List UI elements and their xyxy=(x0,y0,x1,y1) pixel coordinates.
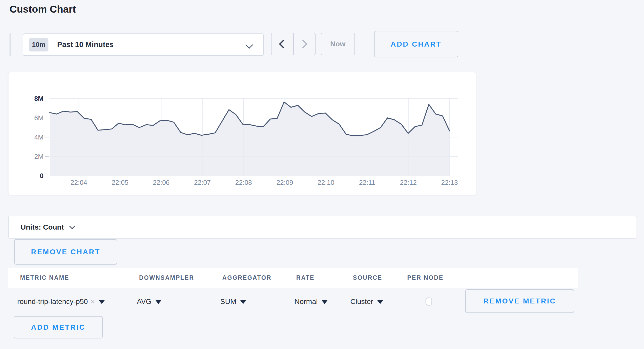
units-label: Units: Count xyxy=(21,223,64,231)
aggregator-value: SUM xyxy=(220,298,236,306)
rate-select[interactable]: Normal xyxy=(294,295,327,308)
toolbar-accent-rule xyxy=(10,33,11,56)
page-title: Custom Chart xyxy=(10,4,76,15)
x-axis-tick-label: 22:06 xyxy=(153,179,170,186)
aggregator-select[interactable]: SUM xyxy=(220,295,246,308)
caret-down-icon xyxy=(99,300,105,304)
time-nav-group xyxy=(271,33,316,55)
rate-value: Normal xyxy=(294,298,318,306)
per-node-checkbox[interactable] xyxy=(426,298,432,306)
x-axis-tick-label: 22:13 xyxy=(441,179,458,186)
time-range-badge: 10m xyxy=(29,38,48,51)
caret-down-icon xyxy=(240,300,246,304)
x-axis-tick-label: 22:12 xyxy=(400,179,417,186)
x-axis-tick-label: 22:05 xyxy=(112,179,128,186)
chart-card: 02M4M6M8M22:0422:0522:0622:0722:0822:092… xyxy=(8,72,476,195)
x-axis-tick-label: 22:07 xyxy=(194,179,211,186)
chevron-left-icon xyxy=(279,40,288,48)
y-axis-tick-label: 4M xyxy=(34,133,44,141)
x-axis-tick-label: 22:11 xyxy=(359,179,375,186)
time-forward-button[interactable] xyxy=(294,33,315,55)
chevron-down-icon xyxy=(245,41,253,49)
caret-down-icon xyxy=(156,300,161,304)
x-axis-tick-label: 22:09 xyxy=(276,179,293,186)
remove-metric-button[interactable]: REMOVE METRIC xyxy=(465,289,574,313)
x-axis-tick-label: 22:08 xyxy=(235,179,252,186)
column-header-downsampler: DOWNSAMPLER xyxy=(139,274,194,281)
add-metric-button[interactable]: ADD METRIC xyxy=(14,316,103,338)
time-back-button[interactable] xyxy=(272,33,294,55)
column-header-metric-name: METRIC NAME xyxy=(20,274,69,281)
add-chart-button[interactable]: ADD CHART xyxy=(374,31,458,57)
column-header-per-node: PER NODE xyxy=(407,274,444,281)
y-axis-tick-label: 6M xyxy=(34,114,44,122)
metric-name-select[interactable]: round-trip-latency-p50 × xyxy=(17,295,105,308)
metric-name-value: round-trip-latency-p50 xyxy=(17,298,88,306)
downsampler-value: AVG xyxy=(137,298,151,306)
chevron-down-icon xyxy=(69,223,75,229)
clear-metric-icon[interactable]: × xyxy=(90,297,95,306)
downsampler-select[interactable]: AVG xyxy=(137,295,161,308)
caret-down-icon xyxy=(322,300,327,304)
column-header-aggregator: AGGREGATOR xyxy=(222,274,272,281)
now-button[interactable]: Now xyxy=(321,33,355,55)
custom-chart-page: Custom Chart 10m Past 10 Minutes Now ADD… xyxy=(0,0,644,349)
caret-down-icon xyxy=(377,300,383,304)
x-axis-tick-label: 22:10 xyxy=(318,179,334,186)
column-header-source: SOURCE xyxy=(353,274,382,281)
source-value: Cluster xyxy=(350,298,373,306)
y-axis-tick-label: 2M xyxy=(34,153,44,160)
time-range-label: Past 10 Minutes xyxy=(57,40,114,49)
x-axis-tick-label: 22:04 xyxy=(70,179,87,186)
chevron-right-icon xyxy=(299,40,308,48)
y-axis-tick-label: 0 xyxy=(40,172,44,180)
y-axis-tick-label: 8M xyxy=(34,95,44,102)
source-select[interactable]: Cluster xyxy=(350,295,383,308)
metrics-table-header: METRIC NAME DOWNSAMPLER AGGREGATOR RATE … xyxy=(8,268,578,288)
remove-chart-button[interactable]: REMOVE CHART xyxy=(14,239,117,265)
units-dropdown[interactable]: Units: Count xyxy=(8,216,636,239)
time-range-dropdown[interactable]: 10m Past 10 Minutes xyxy=(23,33,264,56)
column-header-rate: RATE xyxy=(296,274,315,281)
custom-chart-svg: 02M4M6M8M22:0422:0522:0622:0722:0822:092… xyxy=(9,72,476,195)
